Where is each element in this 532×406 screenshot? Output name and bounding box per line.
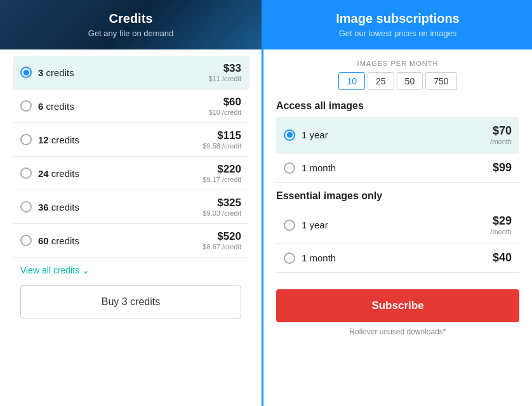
credit-label: 60 credits (38, 235, 79, 246)
credit-left: 12 credits (20, 134, 79, 145)
radio-circle (20, 201, 32, 213)
sub-duration: 1 year (302, 129, 328, 140)
radio-circle (284, 252, 295, 264)
sub-duration: 1 month (302, 162, 336, 173)
month-tab-25[interactable]: 25 (368, 72, 394, 90)
credit-right: $220 $9.17 /credit (203, 163, 241, 183)
credit-count: 3 (38, 67, 43, 78)
month-tab-50[interactable]: 50 (397, 72, 423, 90)
sub-price: $99 (493, 161, 512, 174)
access-option-1[interactable]: 1 month $99 (276, 154, 519, 183)
credits-title: Credits (13, 11, 249, 26)
sub-price: $40 (493, 251, 512, 264)
radio-circle (284, 129, 295, 141)
credit-count: 12 (38, 134, 49, 145)
credit-per: $10 /credit (209, 108, 241, 116)
credit-per: $9.58 /credit (203, 142, 241, 150)
subscriptions-header: Image subscriptions Get our lowest price… (263, 0, 532, 49)
credit-option-12[interactable]: 12 credits $115 $9.58 /credit (13, 123, 249, 157)
credit-right: $115 $9.58 /credit (203, 129, 241, 150)
sub-price: $29 (493, 214, 512, 227)
credit-left: 36 credits (20, 201, 79, 213)
view-all-credits-link[interactable]: View all credits ⌄ (13, 258, 249, 280)
sub-per: /month (490, 228, 512, 235)
chevron-down-icon: ⌄ (82, 265, 90, 275)
credit-right: $325 $9.03 /credit (203, 197, 241, 217)
credit-right: $60 $10 /credit (209, 96, 241, 116)
radio-circle (20, 134, 32, 145)
subscriptions-title: Image subscriptions (276, 11, 519, 26)
sub-left: 1 year (284, 129, 328, 141)
radio-circle (20, 100, 32, 112)
credit-price: $33 (209, 62, 241, 75)
sub-right: $40 (493, 251, 512, 265)
credits-body: 3 credits $33 $11 /credit 6 credits $60 … (0, 49, 262, 406)
sub-duration: 1 month (302, 252, 336, 263)
credit-count: 60 (38, 235, 49, 246)
radio-circle (284, 162, 295, 174)
credit-price: $325 (203, 197, 241, 209)
credit-left: 6 credits (20, 100, 74, 112)
credit-label: 3 credits (38, 67, 74, 78)
sub-right: $29 /month (490, 214, 512, 235)
radio-circle (20, 167, 32, 179)
credits-subtitle: Get any file on demand (13, 29, 249, 38)
radio-circle (20, 67, 32, 78)
credit-option-60[interactable]: 60 credits $520 $8.67 /credit (13, 224, 249, 258)
credit-option-6[interactable]: 6 credits $60 $10 /credit (13, 89, 249, 123)
credit-price: $220 (203, 163, 241, 176)
credit-option-3[interactable]: 3 credits $33 $11 /credit (13, 56, 249, 89)
month-tab-10[interactable]: 10 (338, 72, 365, 90)
credit-label: 36 credits (38, 202, 79, 213)
rollover-note: Rollover unused downloads* (276, 327, 519, 336)
credit-option-24[interactable]: 24 credits $220 $9.17 /credit (13, 157, 249, 190)
sub-price: $70 (493, 124, 512, 137)
essential-title: Essential images only (276, 190, 519, 202)
credit-count: 6 (38, 101, 43, 112)
credit-per: $8.67 /credit (203, 243, 241, 251)
credit-price: $520 (203, 230, 241, 243)
credits-panel: Credits Get any file on demand 3 credits… (0, 0, 263, 406)
radio-circle (284, 219, 295, 231)
subscriptions-subtitle: Get our lowest prices on images (276, 29, 519, 38)
sub-left: 1 month (284, 252, 336, 264)
credit-left: 60 credits (20, 235, 79, 246)
credit-per: $9.03 /credit (203, 209, 241, 217)
credits-header: Credits Get any file on demand (0, 0, 262, 49)
sub-duration: 1 year (302, 219, 328, 230)
month-tab-750[interactable]: 750 (425, 72, 456, 90)
sub-left: 1 year (284, 219, 328, 231)
credit-price: $60 (209, 96, 241, 108)
credit-per: $9.17 /credit (203, 176, 241, 183)
subscriptions-panel: Image subscriptions Get our lowest price… (263, 0, 532, 406)
access-option-0[interactable]: 1 year $70 /month (276, 117, 519, 154)
credit-label: 24 credits (38, 168, 79, 179)
credit-price: $115 (203, 129, 241, 142)
essential-option-0[interactable]: 1 year $29 /month (276, 207, 519, 244)
credit-label: 12 credits (38, 134, 79, 145)
sub-right: $99 (493, 161, 512, 174)
credit-count: 36 (38, 202, 49, 213)
subscriptions-body: IMAGES PER MONTH 102550750 Access all im… (263, 49, 532, 406)
month-tabs: 102550750 (276, 72, 519, 90)
sub-right: $70 /month (490, 124, 512, 145)
subscribe-button[interactable]: Subscribe (276, 289, 519, 322)
credit-count: 24 (38, 168, 49, 179)
radio-circle (20, 235, 32, 246)
credit-left: 3 credits (20, 67, 74, 78)
credit-option-36[interactable]: 36 credits $325 $9.03 /credit (13, 190, 249, 224)
credit-label: 6 credits (38, 101, 74, 112)
credit-right: $520 $8.67 /credit (203, 230, 241, 251)
credit-left: 24 credits (20, 167, 79, 179)
essential-option-1[interactable]: 1 month $40 (276, 244, 519, 273)
access-all-title: Access all images (276, 100, 519, 112)
credit-right: $33 $11 /credit (209, 62, 241, 82)
sub-per: /month (490, 138, 512, 145)
buy-credits-button[interactable]: Buy 3 credits (20, 285, 241, 318)
credit-per: $11 /credit (209, 75, 241, 82)
view-all-label: View all credits (20, 265, 79, 275)
images-per-month-label: IMAGES PER MONTH (276, 60, 519, 67)
sub-left: 1 month (284, 162, 336, 174)
